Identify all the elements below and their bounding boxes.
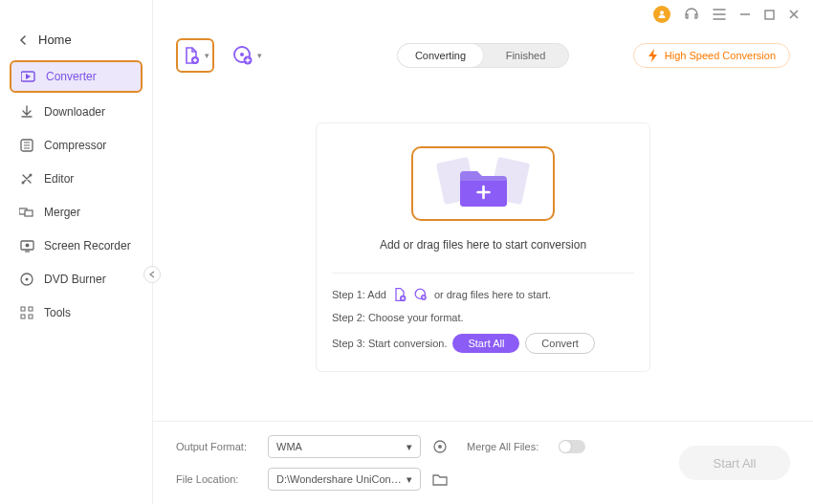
step3-text: Step 3: Start conversion. [332, 338, 447, 349]
hamburger-menu-icon[interactable] [713, 9, 726, 20]
chevron-down-icon: ▾ [257, 51, 262, 60]
user-avatar-icon[interactable] [653, 6, 670, 23]
sidebar-item-label: DVD Burner [44, 273, 106, 286]
sidebar-item-label: Editor [44, 172, 74, 186]
svg-point-4 [30, 174, 33, 177]
sidebar-header: Home [0, 29, 152, 60]
add-file-icon [392, 287, 407, 302]
add-file-button[interactable]: ▾ [176, 38, 214, 73]
svg-rect-11 [21, 307, 25, 311]
sidebar-item-tools[interactable]: Tools [10, 298, 143, 327]
tab-finished[interactable]: Finished [483, 44, 568, 67]
tab-toggle: Converting Finished [397, 43, 569, 68]
step1-suffix: or drag files here to start. [434, 289, 551, 300]
chevron-down-icon: ▾ [406, 441, 412, 453]
screen-recorder-icon [19, 238, 34, 253]
step1-prefix: Step 1: Add [332, 289, 386, 300]
sidebar-item-converter[interactable]: Converter [10, 60, 143, 93]
dropzone: Add or drag files here to start conversi… [316, 122, 650, 372]
svg-rect-14 [29, 315, 33, 318]
converter-icon [21, 69, 36, 84]
sidebar-item-compressor[interactable]: Compressor [10, 131, 143, 160]
convert-mini-button[interactable]: Convert [525, 333, 595, 354]
sidebar-item-downloader[interactable]: Downloader [10, 98, 143, 126]
maximize-icon[interactable] [764, 10, 775, 20]
lightning-icon [648, 49, 659, 62]
sidebar-list: Converter Downloader Compressor Editor M… [0, 60, 152, 327]
open-folder-icon[interactable] [430, 470, 450, 489]
back-icon[interactable] [19, 35, 29, 45]
add-files-drop-target[interactable] [411, 146, 555, 221]
sidebar-item-editor[interactable]: Editor [10, 164, 143, 193]
sidebar-item-dvd-burner[interactable]: DVD Burner [10, 265, 143, 294]
svg-point-3 [22, 182, 25, 185]
toolbar: ▾ ▾ Converting Finished High Speed Conve… [153, 29, 813, 73]
start-all-button[interactable]: Start All [679, 446, 790, 480]
sidebar-item-label: Tools [44, 306, 71, 319]
chevron-down-icon: ▾ [205, 51, 209, 60]
svg-rect-12 [29, 307, 33, 311]
svg-rect-6 [25, 210, 33, 216]
sidebar-item-label: Compressor [44, 139, 106, 152]
content: Add or drag files here to start conversi… [153, 73, 813, 421]
add-file-icon [182, 46, 201, 65]
step-3: Step 3: Start conversion. Start All Conv… [332, 333, 634, 354]
svg-rect-13 [21, 315, 25, 318]
merge-toggle[interactable] [559, 440, 585, 453]
editor-icon [19, 171, 34, 186]
steps: Step 1: Add or drag files here to start.… [332, 273, 634, 354]
output-settings-icon[interactable] [430, 437, 450, 456]
downloader-icon [19, 104, 34, 120]
svg-point-27 [438, 445, 442, 449]
output-format-value: WMA [276, 441, 302, 452]
start-all-mini-button[interactable]: Start All [452, 334, 519, 353]
minimize-icon[interactable] [739, 9, 751, 20]
svg-point-15 [660, 11, 664, 14]
tab-converting[interactable]: Converting [398, 44, 483, 67]
svg-rect-16 [765, 11, 774, 19]
support-icon[interactable] [684, 7, 699, 22]
sidebar: Home Converter Downloader Compressor Edi… [0, 0, 153, 504]
folder-plus-icon [430, 152, 536, 215]
tools-icon [19, 305, 34, 320]
dropzone-hint: Add or drag files here to start conversi… [380, 238, 586, 252]
svg-point-8 [25, 243, 29, 247]
dvd-burner-icon [19, 272, 34, 287]
svg-marker-1 [26, 74, 31, 79]
close-icon[interactable] [788, 9, 800, 20]
svg-point-19 [240, 53, 244, 56]
footer: Output Format: WMA ▾ Merge All Files: St… [153, 421, 813, 504]
add-disc-icon [413, 287, 428, 302]
sidebar-item-label: Screen Recorder [44, 239, 131, 252]
high-speed-badge[interactable]: High Speed Conversion [633, 43, 790, 68]
main-area: ▾ ▾ Converting Finished High Speed Conve… [153, 0, 813, 504]
sidebar-item-label: Merger [44, 206, 80, 219]
compressor-icon [19, 138, 34, 153]
add-disc-icon [232, 45, 253, 66]
merge-label: Merge All Files: [467, 441, 549, 452]
step2-text: Step 2: Choose your format. [332, 312, 464, 323]
add-url-button[interactable]: ▾ [228, 38, 266, 73]
sidebar-item-screen-recorder[interactable]: Screen Recorder [10, 231, 143, 260]
step-1: Step 1: Add or drag files here to start. [332, 287, 634, 302]
titlebar [153, 0, 813, 29]
sidebar-item-label: Downloader [44, 105, 105, 119]
file-location-value: D:\Wondershare UniConverter 1 [276, 473, 406, 485]
high-speed-label: High Speed Conversion [665, 50, 776, 61]
sidebar-item-merger[interactable]: Merger [10, 198, 143, 227]
svg-point-10 [26, 278, 29, 281]
output-format-label: Output Format: [176, 441, 258, 452]
chevron-down-icon: ▾ [406, 473, 412, 486]
sidebar-item-label: Converter [46, 70, 97, 83]
output-format-select[interactable]: WMA ▾ [268, 435, 421, 458]
file-location-label: File Location: [176, 473, 258, 485]
file-location-select[interactable]: D:\Wondershare UniConverter 1 ▾ [268, 468, 421, 491]
step-2: Step 2: Choose your format. [332, 312, 634, 323]
home-label[interactable]: Home [38, 33, 72, 47]
merger-icon [19, 205, 34, 220]
